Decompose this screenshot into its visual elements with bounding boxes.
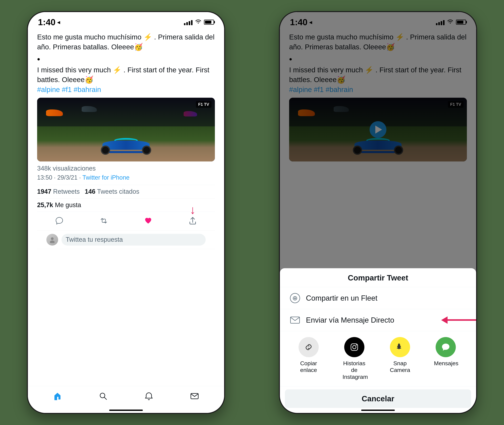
time-display: 1:40: [38, 17, 55, 27]
dm-label: Enviar vía Mensaje Directo: [306, 316, 394, 324]
visualizations-count: 348k visualizaciones: [37, 165, 215, 172]
signal-bar-1: [184, 23, 185, 25]
share-sheet: Compartir Tweet ⊕ Compartir en un Fleet: [280, 268, 476, 413]
retweets-stat: 1947 Retweets: [37, 188, 80, 195]
f1tv-badge: F1 TV: [196, 101, 211, 108]
share-snapchat[interactable]: SnapCamera: [390, 337, 410, 380]
dot-separator: •: [37, 55, 215, 63]
left-phone: 1:40 ◂ Esto m: [27, 11, 225, 414]
cited-stat: 146 Tweets citados: [85, 188, 139, 195]
annotation-arrow-down: ↓: [190, 203, 196, 217]
svg-point-1: [50, 240, 54, 243]
instagram-label: Historias deInstagram: [343, 360, 366, 380]
share-messages[interactable]: Mensajes: [434, 337, 457, 380]
comment-icon: [55, 217, 63, 227]
share-button[interactable]: ↓: [189, 217, 197, 227]
user-avatar: [46, 234, 58, 246]
main-f1-car: [99, 135, 153, 156]
tweet-body-left: Esto me gusta mucho muchísimo ⚡ . Primer…: [28, 29, 224, 252]
share-sheet-overlay[interactable]: Compartir Tweet ⊕ Compartir en un Fleet: [280, 12, 476, 413]
likes-label[interactable]: Me gusta: [55, 201, 81, 208]
comment-button[interactable]: [55, 217, 63, 227]
share-fleet-item[interactable]: ⊕ Compartir en un Fleet: [280, 287, 476, 309]
tweet-actions: ↓: [37, 215, 215, 231]
retweet-button[interactable]: [100, 217, 108, 227]
share-icons-row: Copiarenlace Historias deInstagram: [280, 331, 476, 386]
arrow-head-icon: [441, 316, 448, 324]
f1-track: F1 TV: [37, 98, 215, 161]
tweet-likes-stat: 25,7k Me gusta: [37, 201, 215, 212]
dm-icon: [289, 314, 301, 326]
snapchat-icon-circle: [390, 337, 410, 357]
status-bar-left: 1:40 ◂: [28, 12, 224, 29]
twitter-app-link[interactable]: Twitter for iPhone: [82, 174, 129, 181]
signal-bar-3: [189, 21, 190, 25]
instagram-icon-circle: [344, 337, 364, 357]
tweet-time: 13:50 · 29/3/21 ·: [37, 174, 82, 181]
home-indicator-right: [361, 410, 395, 411]
battery-icon: [204, 20, 214, 25]
cited-num: 146: [85, 188, 95, 195]
tab-home[interactable]: [53, 392, 62, 403]
reply-input[interactable]: Twittea tu respuesta: [61, 234, 206, 246]
messages-icon-circle: [436, 337, 456, 357]
likes-num: 25,7k: [37, 201, 53, 208]
tab-bar-left: [28, 386, 224, 413]
home-indicator-left: [109, 410, 143, 411]
signal-bar-2: [186, 22, 188, 25]
battery-fill: [205, 21, 211, 24]
svg-line-3: [104, 397, 107, 399]
cited-label[interactable]: Tweets citados: [97, 188, 139, 195]
svg-point-0: [51, 237, 54, 240]
share-dm-item[interactable]: Enviar vía Mensaje Directo: [280, 309, 476, 331]
like-button[interactable]: [144, 217, 152, 227]
wheel-fr: [142, 146, 151, 155]
annotation-arrow-right: [441, 316, 477, 324]
left-phone-container: 1:40 ◂ Esto m: [0, 0, 252, 425]
share-copy-link[interactable]: Copiarenlace: [299, 337, 319, 380]
tab-search[interactable]: [99, 392, 108, 403]
retweet-icon: [100, 217, 108, 227]
status-time-left: 1:40 ◂: [38, 17, 60, 27]
signal-bar-4: [191, 20, 192, 25]
fleet-circle-icon: ⊕: [290, 293, 300, 303]
tweet-image-left[interactable]: F1 TV: [37, 98, 215, 161]
status-icons-left: [184, 19, 214, 26]
reply-box: Twittea tu respuesta: [37, 231, 215, 249]
svg-point-7: [353, 345, 356, 349]
cancel-button[interactable]: Cancelar: [285, 389, 471, 408]
tab-messages[interactable]: [190, 392, 199, 403]
signal-icon: [184, 19, 192, 25]
svg-point-8: [356, 345, 357, 345]
svg-rect-5: [291, 317, 300, 323]
share-icon: [189, 217, 197, 227]
wheel-fl: [101, 146, 110, 155]
cancel-label: Cancelar: [362, 394, 394, 403]
arrow-line: [448, 319, 477, 321]
retweets-label[interactable]: Retweets: [53, 188, 80, 195]
snapchat-label: SnapCamera: [390, 360, 410, 374]
heart-icon: [144, 217, 152, 227]
reply-placeholder: Twittea tu respuesta: [66, 236, 123, 243]
wifi-icon: [195, 19, 202, 26]
fleet-label: Compartir en un Fleet: [306, 294, 377, 302]
retweets-num: 1947: [37, 188, 51, 195]
right-phone: 1:40 ◂ Esto m: [279, 11, 477, 414]
tweet-text-spanish: Esto me gusta mucho muchísimo ⚡ . Primer…: [37, 32, 215, 52]
messages-label: Mensajes: [434, 360, 457, 367]
share-instagram[interactable]: Historias deInstagram: [343, 337, 366, 380]
tweet-stats: 1947 Retweets 146 Tweets citados: [37, 185, 215, 198]
hashtags[interactable]: #alpine #f1 #bahrain: [37, 86, 101, 93]
copy-link-label: Copiarenlace: [300, 360, 317, 374]
tweet-text-english: I missed this very much ⚡ . First start …: [37, 65, 215, 95]
front-wing: [109, 151, 143, 153]
share-sheet-title: Compartir Tweet: [280, 273, 476, 287]
tab-notifications[interactable]: [144, 392, 153, 403]
copy-link-icon-circle: [299, 337, 319, 357]
location-icon: ◂: [57, 19, 60, 26]
fleet-icon: ⊕: [289, 292, 301, 304]
tweet-meta: 13:50 · 29/3/21 · Twitter for iPhone: [37, 174, 215, 181]
right-phone-container: 1:40 ◂ Esto m: [252, 0, 504, 425]
